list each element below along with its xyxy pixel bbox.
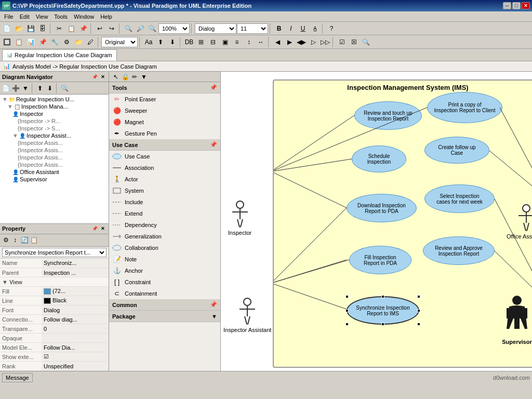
tool-system[interactable]: System <box>109 185 220 196</box>
redo-button[interactable]: ↪ <box>106 23 117 34</box>
use-case-section-header[interactable]: Use Case 📌 <box>109 139 220 151</box>
tb2-icon2[interactable]: 📋 <box>13 36 24 48</box>
zoom-in-button[interactable]: 🔎 <box>135 23 146 34</box>
tree-item-ia-rel4[interactable]: {Inspector Assis... <box>1 161 108 168</box>
tb2-icon1[interactable]: 🔲 <box>1 36 12 48</box>
italic-button[interactable]: I <box>285 23 297 34</box>
paste-button[interactable]: 📌 <box>77 23 89 34</box>
nav-filter-button[interactable]: 🔍 <box>60 84 69 93</box>
close-button[interactable]: ✕ <box>522 2 530 9</box>
copy-button[interactable]: 📋 <box>65 23 77 34</box>
tb2-icon6[interactable]: ⚙ <box>61 36 72 48</box>
property-element-select[interactable]: Synchronize Inspection Report t... <box>2 248 107 257</box>
text-color-button[interactable]: A̲ <box>309 23 321 34</box>
tool-include[interactable]: Include <box>109 196 220 208</box>
diagram-scroll[interactable]: Inspection Management System (IMS) Revie… <box>221 72 532 371</box>
tb2-right3[interactable]: ◀▶ <box>296 36 307 48</box>
maximize-button[interactable]: □ <box>512 2 521 9</box>
tb2-format2[interactable]: ⬆ <box>155 36 166 48</box>
toolbox-select-tool[interactable]: ↖ <box>111 72 121 82</box>
menu-edit[interactable]: Edit <box>17 12 33 21</box>
toolbox-lock-tool[interactable]: 🔒 <box>121 72 130 82</box>
tool-anchor[interactable]: ⚓ Anchor <box>109 265 220 276</box>
nav-add-button[interactable]: ➕ <box>11 84 20 93</box>
tree-item-ia-rel3[interactable]: {Inspector Assis... <box>1 154 108 161</box>
tree-item-inspector-assist[interactable]: ▼ 👤 Inspector Assist... <box>1 132 108 139</box>
nav-close-button[interactable]: ✕ <box>99 73 107 81</box>
tool-association[interactable]: Association <box>109 162 220 174</box>
zoom-dropdown[interactable]: 100% 75% 150% <box>158 23 190 34</box>
uc-schedule[interactable]: ScheduleInspection <box>352 145 406 172</box>
tree-item-rel1[interactable]: {Inspector -> R... <box>1 117 108 125</box>
uc-select-cases[interactable]: Select Inspectioncases for next week <box>424 184 495 213</box>
prop-btn3[interactable]: 🔄 <box>20 235 29 245</box>
tb2-icon4[interactable]: 📌 <box>37 36 48 48</box>
tool-actor[interactable]: 🚶 Actor <box>109 174 220 185</box>
tb2-layout6[interactable]: ↔ <box>255 36 267 48</box>
font-family-dropdown[interactable]: Dialog <box>195 23 236 34</box>
font-size-dropdown[interactable]: 11 <box>237 23 268 34</box>
menu-file[interactable]: File <box>1 12 17 21</box>
nav-up-button[interactable]: ⬆ <box>35 84 45 93</box>
tb2-right1[interactable]: ◀ <box>272 36 283 48</box>
tb2-check3[interactable]: 🔍 <box>360 36 371 48</box>
uc-download[interactable]: Download InspectionReport to PDA <box>347 194 417 222</box>
tree-item-ia-rel2[interactable]: {Inspector Assis... <box>1 147 108 154</box>
uc-print-copy[interactable]: Print a copy ofInspection Report to Clie… <box>427 92 502 123</box>
tool-dependency[interactable]: Dependency <box>109 219 220 231</box>
tool-constraint[interactable]: [ ] Constraint <box>109 276 220 288</box>
diagram-tab[interactable]: 📊 Regular Inspection Use Case Diagram <box>2 49 117 61</box>
menu-help[interactable]: Help <box>97 12 115 21</box>
tb2-db1[interactable]: DB <box>183 36 195 48</box>
nav-pin-button[interactable]: 📌 <box>91 73 98 81</box>
tools-section-header[interactable]: Tools 📌 <box>109 82 220 94</box>
cut-button[interactable]: ✂ <box>54 23 65 34</box>
save-all-button[interactable]: 🗄 <box>37 23 48 34</box>
tb2-icon5[interactable]: 🔧 <box>49 36 60 48</box>
help-button[interactable]: ? <box>326 23 337 34</box>
underline-button[interactable]: U <box>297 23 309 34</box>
toolbox-dropdown[interactable]: ▼ <box>139 72 149 82</box>
tool-point-eraser[interactable]: ✏ Point Eraser <box>109 94 220 105</box>
tool-collaboration[interactable]: Collaboration <box>109 242 220 254</box>
tree-item-office-asst[interactable]: 👤 Office Assistant <box>1 168 108 176</box>
tree-item-rel2[interactable]: {Inspector -> S... <box>1 125 108 132</box>
nav-down-button[interactable]: ⬇ <box>45 84 55 93</box>
zoom-out-button[interactable]: 🔍 <box>147 23 158 34</box>
tb2-layout2[interactable]: ⊟ <box>207 36 219 48</box>
tb2-check1[interactable]: ☑ <box>336 36 348 48</box>
tool-sweeper[interactable]: 🔴 Sweeper <box>109 105 220 116</box>
tb2-icon3[interactable]: 📊 <box>25 36 36 48</box>
prop-btn1[interactable]: ⚙ <box>1 235 10 245</box>
tool-note[interactable]: 📝 Note <box>109 254 220 265</box>
nav-dropdown-button[interactable]: ▼ <box>21 84 30 93</box>
tb2-layout5[interactable]: ↕ <box>243 36 255 48</box>
uc-review-approve[interactable]: Review and ApproveInspection Report <box>423 236 495 265</box>
uc-review-touchup[interactable]: Review and touch upInspection Report <box>354 101 422 130</box>
tool-use-case[interactable]: Use Case <box>109 151 220 162</box>
tb2-layout4[interactable]: ≡ <box>231 36 243 48</box>
tb2-icon8[interactable]: 🖊 <box>85 36 96 48</box>
zoom-fit-button[interactable]: 🔍 <box>123 23 134 34</box>
package-section-header[interactable]: Package ▼ <box>109 311 220 322</box>
prop-pin-button[interactable]: 📌 <box>91 225 98 232</box>
undo-button[interactable]: ↩ <box>94 23 105 34</box>
tree-item-inspector[interactable]: 👤 Inspector <box>1 110 108 117</box>
common-section-header[interactable]: Common 📌 <box>109 299 220 311</box>
open-button[interactable]: 📂 <box>13 23 24 34</box>
tb2-check2[interactable]: ☒ <box>348 36 360 48</box>
tool-magnet[interactable]: 🔴 Magnet <box>109 116 220 128</box>
uc-synchronize[interactable]: Synchronize InspectionReport to IMS <box>347 296 419 325</box>
menu-view[interactable]: View <box>33 12 51 21</box>
tree-item-supervisor[interactable]: 👤 Supervisor <box>1 176 108 183</box>
nav-new-button[interactable]: 📄 <box>1 84 10 93</box>
tb2-right4[interactable]: ▷ <box>308 36 319 48</box>
tb2-format3[interactable]: ⬇ <box>167 36 178 48</box>
message-button[interactable]: Message <box>2 373 33 382</box>
save-button[interactable]: 💾 <box>25 23 36 34</box>
tree-item-ia-rel1[interactable]: {Inspector Assis... <box>1 139 108 147</box>
tool-generalization[interactable]: Generalization <box>109 231 220 242</box>
toolbox-pencil-tool[interactable]: ✏ <box>130 72 139 82</box>
tree-item-inspection[interactable]: ▼ 📋 Inspection Mana... <box>1 103 108 110</box>
menu-tools[interactable]: Tools <box>51 12 71 21</box>
